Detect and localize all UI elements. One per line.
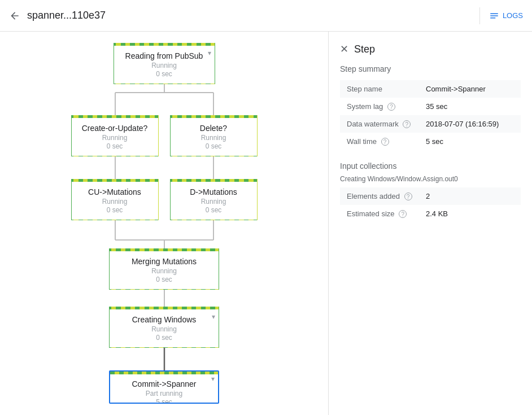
step-panel-header: ✕ Step [340, 43, 521, 55]
connector-split2 [80, 156, 249, 179]
node-name: Delete? [180, 124, 248, 133]
connector-split1 [80, 84, 249, 115]
node-status: Running [81, 134, 149, 142]
connector-v2 [162, 348, 167, 370]
node-time: 0 sec [81, 142, 149, 150]
summary-key: System lag ? [340, 98, 419, 115]
node-status: Running [119, 325, 210, 333]
collection-value: 2.4 KB [419, 205, 521, 222]
header-divider [479, 7, 480, 24]
collection-name: Creating Windows/Window.Assign.out0 [340, 175, 521, 183]
summary-value: 5 sec [419, 133, 521, 150]
node-creating-windows[interactable]: ▾ Creating Windows Running 0 sec [109, 307, 219, 348]
help-icon[interactable]: ? [387, 103, 395, 111]
close-button[interactable]: ✕ [340, 43, 348, 55]
expand-icon[interactable]: ▾ [212, 313, 215, 321]
node-status: Running [180, 134, 248, 142]
node-time: 0 sec [81, 206, 149, 214]
pipeline-graph: ▾ Reading from PubSub Running 0 sec Crea… [51, 43, 277, 404]
back-button[interactable] [9, 10, 20, 21]
node-time: 5 sec [119, 398, 209, 404]
collection-row-elements: Elements added ? 2 [340, 187, 521, 205]
summary-value: 2018-07-07 (16:16:59) [419, 115, 521, 133]
node-name: D->Mutations [180, 187, 248, 196]
node-status: Part running [119, 390, 209, 397]
node-time: 0 sec [119, 276, 210, 283]
summary-key: Data watermark ? [340, 115, 419, 133]
logs-icon [489, 11, 499, 21]
split-row-1: Create-or-Update? Running 0 sec Delete? … [51, 115, 277, 156]
summary-table: Step name Commit->Spanner System lag ? 3… [340, 80, 521, 150]
node-time: 0 sec [119, 334, 210, 342]
connector-merge [80, 220, 249, 248]
summary-key: Wall time ? [340, 133, 419, 150]
collection-table: Elements added ? 2 Estimated size ? 2.4 … [340, 187, 521, 222]
split-row-2: CU->Mutations Running 0 sec D->Mutations… [51, 179, 277, 220]
summary-row-data-watermark: Data watermark ? 2018-07-07 (16:16:59) [340, 115, 521, 133]
summary-row-system-lag: System lag ? 35 sec [340, 98, 521, 115]
node-name: Merging Mutations [119, 257, 210, 266]
main-content: ▾ Reading from PubSub Running 0 sec Crea… [0, 32, 532, 415]
summary-value: 35 sec [419, 98, 521, 115]
node-status: Running [123, 62, 206, 69]
node-delete[interactable]: Delete? Running 0 sec [170, 115, 258, 156]
node-name: Reading from PubSub [123, 51, 206, 60]
expand-icon[interactable]: ▾ [211, 375, 215, 383]
summary-key: Step name [340, 80, 419, 98]
help-icon[interactable]: ? [381, 138, 389, 146]
step-panel-title: Step [354, 43, 375, 55]
logs-label: LOGS [503, 11, 523, 20]
summary-row-step-name: Step name Commit->Spanner [340, 80, 521, 98]
logs-button[interactable]: LOGS [489, 11, 523, 21]
node-time: 0 sec [180, 142, 248, 150]
collection-value: 2 [419, 187, 521, 205]
node-cu-mutations[interactable]: CU->Mutations Running 0 sec [71, 179, 159, 220]
summary-value: Commit->Spanner [419, 80, 521, 98]
node-status: Running [81, 198, 149, 206]
node-status: Running [119, 267, 210, 275]
node-name: Creating Windows [119, 315, 210, 324]
step-summary-label: Step summary [340, 64, 521, 73]
collection-row-size: Estimated size ? 2.4 KB [340, 205, 521, 222]
node-time: 0 sec [180, 206, 248, 214]
help-icon[interactable]: ? [403, 120, 411, 128]
help-icon[interactable]: ? [399, 210, 407, 218]
summary-row-wall-time: Wall time ? 5 sec [340, 133, 521, 150]
node-d-mutations[interactable]: D->Mutations Running 0 sec [170, 179, 258, 220]
node-name: CU->Mutations [81, 187, 149, 196]
pipeline-panel: ▾ Reading from PubSub Running 0 sec Crea… [0, 32, 329, 415]
node-name: Create-or-Update? [81, 124, 149, 133]
node-create-or-update[interactable]: Create-or-Update? Running 0 sec [71, 115, 159, 156]
input-collections-label: Input collections [340, 161, 521, 171]
node-status: Running [180, 198, 248, 206]
step-panel: ✕ Step Step summary Step name Commit->Sp… [329, 32, 532, 415]
node-commit-spanner[interactable]: ▾ Commit->Spanner Part running 5 sec [109, 370, 219, 404]
striped-top [110, 372, 218, 374]
collection-key: Estimated size ? [340, 205, 419, 222]
connector-v1 [162, 290, 167, 307]
expand-icon[interactable]: ▾ [208, 49, 211, 57]
help-icon[interactable]: ? [404, 193, 412, 200]
node-merging-mutations[interactable]: Merging Mutations Running 0 sec [109, 248, 219, 290]
node-time: 0 sec [123, 70, 206, 78]
page-title: spanner...110e37 [27, 10, 470, 21]
collection-key: Elements added ? [340, 187, 419, 205]
header: spanner...110e37 LOGS [0, 0, 532, 32]
node-name: Commit->Spanner [119, 379, 209, 388]
node-reading-pubsub[interactable]: ▾ Reading from PubSub Running 0 sec [114, 43, 215, 84]
